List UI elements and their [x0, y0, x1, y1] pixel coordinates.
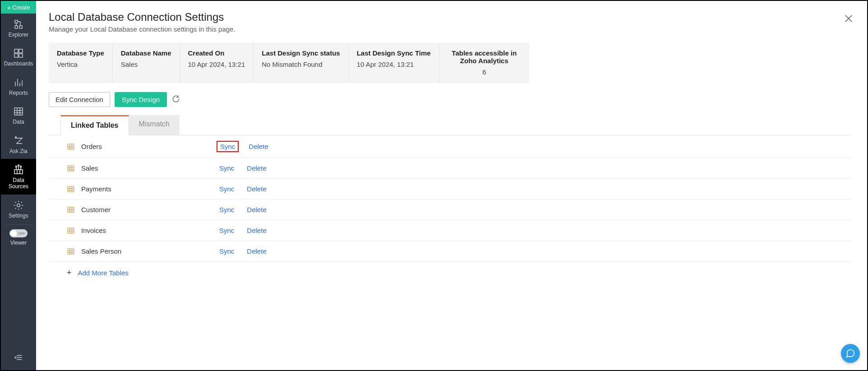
delete-link[interactable]: Delete: [244, 205, 269, 214]
sidebar-item-askzia[interactable]: Ask Zia: [1, 130, 36, 159]
table-row: InvoicesSyncDelete: [49, 220, 851, 241]
delete-link[interactable]: Delete: [244, 246, 269, 256]
sync-link[interactable]: Sync: [217, 163, 237, 173]
svg-rect-2: [19, 26, 22, 28]
collapse-icon: [14, 352, 23, 362]
sidebar-item-data[interactable]: Data: [1, 101, 36, 130]
svg-point-23: [17, 204, 20, 207]
summary-db-name: Database Name Sales: [113, 43, 180, 83]
summary-value: Sales: [121, 60, 171, 68]
delete-link[interactable]: Delete: [244, 226, 269, 235]
sidebar-item-label: Ask Zia: [9, 148, 28, 154]
actions-row: Edit Connection Sync Design: [49, 92, 851, 107]
svg-rect-54: [68, 249, 74, 254]
svg-rect-1: [15, 26, 18, 28]
sync-link[interactable]: Sync: [217, 205, 237, 214]
svg-point-16: [15, 136, 17, 138]
create-button[interactable]: + Create: [1, 1, 36, 14]
delete-link[interactable]: Delete: [244, 163, 269, 173]
svg-rect-49: [68, 228, 74, 233]
sidebar-item-datasources[interactable]: Data Sources: [1, 159, 36, 195]
dashboards-icon: [13, 48, 24, 59]
sync-link[interactable]: Sync: [217, 226, 237, 235]
svg-rect-0: [15, 20, 18, 23]
delete-link[interactable]: Delete: [246, 142, 271, 151]
table-icon: [67, 185, 75, 193]
summary-value: No Mismatch Found: [262, 60, 340, 68]
sidebar-item-label: Data: [13, 119, 24, 125]
sidebar-item-label: Settings: [9, 213, 28, 219]
sidebar-item-label: Explorer: [9, 32, 29, 38]
toggle-state-label: OFF: [18, 232, 25, 236]
table-icon: [67, 143, 75, 151]
sync-link[interactable]: Sync: [217, 184, 237, 194]
add-more-tables-link[interactable]: Add More Tables: [78, 269, 129, 277]
collapse-sidebar-button[interactable]: [1, 346, 36, 370]
table-icon: [67, 206, 75, 214]
edit-connection-button[interactable]: Edit Connection: [49, 92, 110, 107]
chat-icon: [845, 348, 855, 358]
sync-link[interactable]: Sync: [217, 141, 239, 152]
summary-tables-count: Tables accessible in Zoho Analytics 6: [439, 43, 529, 83]
summary-label: Last Design Sync status: [262, 49, 340, 57]
refresh-icon: [171, 94, 180, 103]
table-name: Sales Person: [81, 247, 217, 255]
table-icon: [67, 164, 75, 172]
viewer-toggle-group[interactable]: OFF Viewer: [1, 226, 36, 246]
table-name: Invoices: [81, 227, 217, 234]
table-row: PaymentsSyncDelete: [49, 179, 851, 199]
svg-rect-44: [68, 207, 74, 213]
table-icon: [67, 247, 75, 255]
summary-label: Created On: [188, 49, 245, 57]
svg-rect-17: [14, 170, 23, 174]
datasources-icon: [13, 164, 24, 175]
tab-mismatch[interactable]: Mismatch: [129, 115, 180, 135]
delete-link[interactable]: Delete: [244, 184, 269, 194]
table-row: CustomerSyncDelete: [49, 199, 851, 220]
data-icon: [13, 106, 24, 117]
table-row: SalesSyncDelete: [49, 158, 851, 179]
create-label: Create: [12, 4, 30, 11]
sidebar: + Create Explorer Dashboards Reports Dat…: [1, 1, 36, 370]
table-row: OrdersSyncDelete: [49, 135, 851, 158]
sidebar-item-explorer[interactable]: Explorer: [1, 14, 36, 42]
connection-summary: Database Type Vertica Database Name Sale…: [49, 43, 529, 83]
table-name: Payments: [81, 185, 217, 193]
close-button[interactable]: [844, 14, 854, 25]
plus-icon: +: [7, 4, 11, 11]
chat-button[interactable]: [841, 344, 860, 363]
close-icon: [844, 14, 854, 23]
viewer-toggle[interactable]: OFF: [9, 229, 28, 237]
summary-label: Last Design Sync Time: [357, 49, 431, 57]
summary-label: Database Type: [57, 49, 104, 57]
sidebar-item-reports[interactable]: Reports: [1, 72, 36, 101]
summary-label: Database Name: [121, 49, 171, 57]
sync-design-button[interactable]: Sync Design: [115, 92, 167, 107]
linked-tables-list: OrdersSyncDelete SalesSyncDelete Payment…: [49, 135, 851, 262]
gear-icon: [13, 200, 24, 211]
summary-value: 6: [448, 68, 521, 76]
svg-point-21: [18, 165, 19, 166]
svg-rect-11: [14, 108, 23, 115]
tabs: Linked Tables Mismatch: [49, 115, 851, 135]
tab-linked-tables[interactable]: Linked Tables: [60, 115, 129, 135]
svg-rect-4: [19, 49, 23, 53]
table-row: Sales PersonSyncDelete: [49, 241, 851, 262]
explorer-icon: [13, 19, 24, 30]
main-content: Local Database Connection Settings Manag…: [36, 1, 867, 370]
summary-value: Vertica: [57, 60, 104, 68]
summary-sync-time: Last Design Sync Time 10 Apr 2024, 13:21: [349, 43, 439, 83]
refresh-button[interactable]: [171, 94, 180, 105]
svg-point-20: [16, 166, 17, 167]
svg-rect-6: [19, 54, 23, 57]
add-more-tables-row[interactable]: + Add More Tables: [49, 262, 851, 279]
sync-link[interactable]: Sync: [217, 246, 237, 256]
sidebar-item-dashboards[interactable]: Dashboards: [1, 42, 36, 71]
table-name: Customer: [81, 206, 217, 213]
svg-rect-5: [14, 54, 18, 57]
page-subtitle: Manage your Local Database connection se…: [49, 25, 851, 33]
svg-rect-29: [68, 144, 74, 149]
sidebar-item-label: Data Sources: [9, 177, 28, 190]
sidebar-item-settings[interactable]: Settings: [1, 195, 36, 223]
table-name: Orders: [81, 143, 217, 150]
